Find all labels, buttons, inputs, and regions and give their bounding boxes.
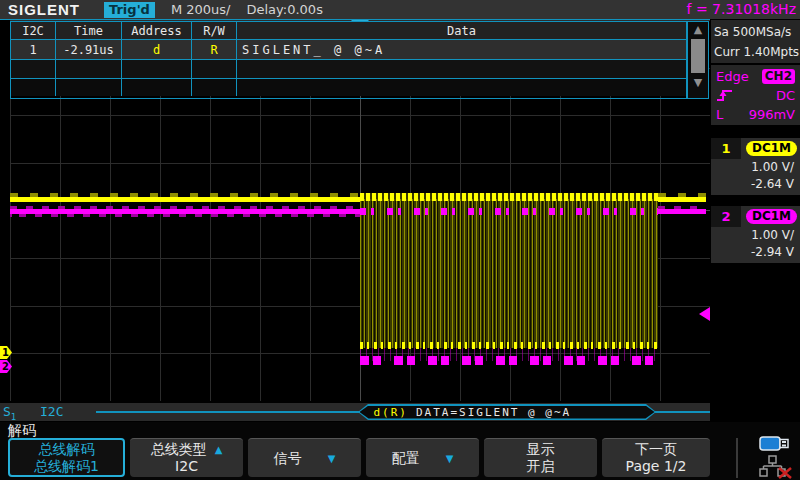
menu-display-button[interactable]: 显示 开启 [484, 438, 597, 477]
header-address: Address [122, 22, 192, 39]
header-time: Time [56, 22, 122, 39]
rising-edge-icon [716, 87, 733, 105]
next-page-label: 下一页 [635, 441, 677, 458]
menu-signal-button[interactable]: 信号 ▼ [248, 438, 361, 477]
channel2-info-box[interactable]: 2 DC1M 1.00 V/ -2.94 V [711, 206, 800, 263]
frequency-counter: f = 7.31018kHz [687, 1, 796, 17]
bus-decode-label: 总线解码 [39, 441, 95, 458]
channel1-coupling-badge: DC1M [746, 141, 797, 156]
table-scrollbar[interactable]: ▲ ▼ [687, 21, 709, 99]
bus-type-label: I2C [40, 404, 63, 419]
channel1-info-box[interactable]: 1 DC1M 1.00 V/ -2.64 V [711, 138, 800, 195]
signal-label: 信号 [274, 450, 302, 467]
cell-index: 1 [11, 40, 56, 59]
memory-depth: Curr 1.40Mpts [714, 42, 800, 62]
sample-rate: Sa 500MSa/s [714, 22, 800, 42]
ch2-burst-low-level [360, 356, 658, 365]
header-rw: R/W [192, 22, 237, 39]
scrollbar-thumb[interactable] [691, 39, 705, 73]
display-label: 显示 [527, 441, 555, 458]
waveform-display: 1 2 I2C Time Address R/W Data 1 -2.91us … [0, 19, 710, 422]
bus-decode-value: 总线解码1 [34, 458, 99, 475]
ch1-trace-right [658, 197, 706, 202]
decode-table-header: I2C Time Address R/W Data [11, 22, 686, 40]
trigger-level-marker[interactable] [699, 307, 710, 321]
scroll-up-icon[interactable]: ▲ [694, 22, 702, 37]
channel1-scale: 1.00 V/ [711, 159, 800, 176]
ch1-trace-left [10, 197, 360, 202]
acquisition-info-box: Sa 500MSa/s Curr 1.40Mpts [711, 20, 800, 63]
menu-divider [736, 438, 738, 478]
channel1-offset: -2.64 V [711, 176, 800, 193]
channel2-scale: 1.00 V/ [711, 227, 800, 244]
display-value: 开启 [527, 458, 555, 475]
menu-next-page-button[interactable]: 下一页 Page 1/2 [602, 438, 710, 477]
menu-bus-type-button[interactable]: 总线类型 ▲ I2C [130, 438, 243, 477]
usb-device-icon [758, 435, 794, 457]
ch1-burst-low-level [360, 342, 658, 349]
bus-decode-strip: S1 I2C d(R) DATA=SIGLENT @ @~A [0, 403, 710, 421]
next-page-value: Page 1/2 [626, 458, 687, 475]
timebase-readout[interactable]: M 200us/ [171, 2, 231, 17]
bus-type-label: 总线类型 [151, 441, 207, 458]
menu-config-button[interactable]: 配置 ▼ [366, 438, 479, 477]
cell-rw: R [192, 40, 237, 59]
trigger-type: Edge [716, 69, 749, 84]
ch2-burst-high-level [360, 208, 658, 215]
up-arrow-icon: ▲ [215, 441, 223, 458]
down-arrow-icon: ▼ [446, 450, 454, 467]
header-bus: I2C [11, 22, 56, 39]
cell-address: d [122, 40, 192, 59]
trigger-source-badge: CH2 [762, 69, 795, 84]
config-label: 配置 [392, 450, 420, 467]
ch2-trace-noise-left2 [10, 214, 360, 217]
cell-data: SIGLENT_ @ @~A [237, 40, 686, 59]
frame-address-text: d(R) [374, 406, 409, 419]
trigger-level-value: 996mV [749, 107, 795, 122]
header-data: Data [237, 22, 686, 39]
bus-type-value: I2C [175, 458, 198, 475]
siglent-logo: SIGLENT [8, 1, 80, 18]
ch1-burst-high-level [360, 193, 658, 201]
decode-frame: d(R) DATA=SIGLENT @ @~A [358, 404, 656, 420]
trigger-delay-readout[interactable]: Delay:0.00s [246, 2, 322, 17]
scroll-down-icon[interactable]: ▼ [694, 75, 702, 90]
ch2-trace-right [658, 209, 706, 214]
cell-time: -2.91us [56, 40, 122, 59]
frame-data-text: DATA=SIGLENT @ @~A [416, 406, 571, 419]
right-info-panel: Sa 500MSa/s Curr 1.40Mpts Edge CH2 DC L … [710, 19, 800, 422]
bus-source-label: S1 [3, 404, 16, 422]
decode-table-empty-row [11, 60, 686, 79]
channel2-coupling-badge: DC1M [746, 209, 797, 224]
lan-disconnected-icon [757, 455, 795, 480]
trigger-status-badge: Trig'd [104, 2, 155, 18]
trigger-level-label: L [716, 107, 723, 122]
status-bar: SIGLENT Trig'd M 200us/ Delay:0.00s f = … [0, 0, 800, 19]
menu-bus-decode-button[interactable]: 总线解码 总线解码1 [8, 438, 125, 477]
channel2-offset: -2.94 V [711, 244, 800, 261]
decode-table-row[interactable]: 1 -2.91us d R SIGLENT_ @ @~A [11, 40, 686, 60]
softkey-menu-bar: 解码 总线解码 总线解码1 总线类型 ▲ I2C 信号 ▼ 配置 ▼ 显示 开启… [0, 422, 800, 480]
channel1-number-tab[interactable]: 1 [711, 138, 741, 159]
channel2-number-tab[interactable]: 2 [711, 206, 741, 227]
decode-event-table: I2C Time Address R/W Data 1 -2.91us d R … [10, 21, 687, 99]
down-arrow-icon: ▼ [328, 450, 336, 467]
trigger-info-box[interactable]: Edge CH2 DC L 996mV [711, 65, 800, 125]
trigger-coupling: DC [776, 88, 795, 103]
ch1-burst-transitions [360, 199, 658, 348]
decode-table-empty-row [11, 79, 686, 96]
